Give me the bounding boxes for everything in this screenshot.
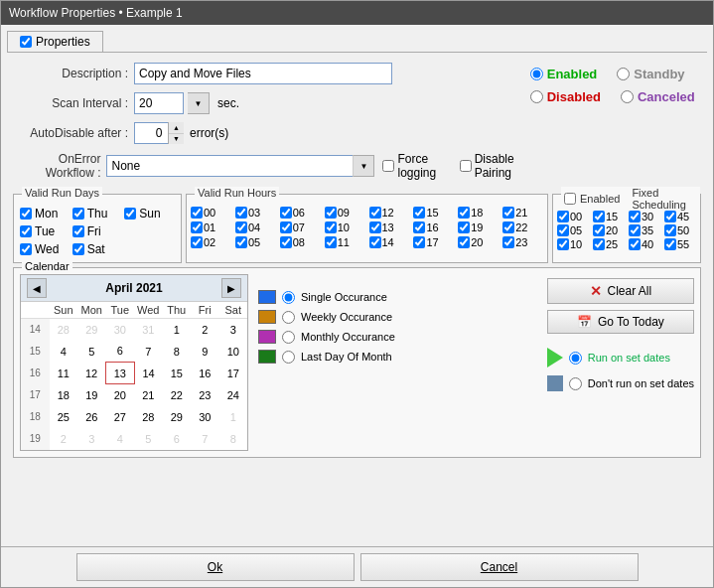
hour-11[interactable]: 11 <box>325 236 365 248</box>
legend-weekly[interactable]: Weekly Occurance <box>258 310 395 324</box>
fixed-scheduling-enabled-checkbox[interactable] <box>564 193 576 205</box>
tab-properties[interactable]: Properties <box>7 31 103 52</box>
cal-day[interactable]: 25 <box>50 406 78 428</box>
min-00[interactable]: 00 <box>557 211 589 222</box>
hour-10[interactable]: 10 <box>325 221 365 233</box>
cal-day[interactable]: 5 <box>134 428 163 450</box>
hour-21[interactable]: 21 <box>502 207 543 219</box>
cal-day[interactable]: 6 <box>106 341 135 363</box>
legend-lastday[interactable]: Last Day Of Month <box>258 350 395 364</box>
day-mon[interactable]: Mon <box>20 207 71 220</box>
hour-16[interactable]: 16 <box>413 221 454 233</box>
hour-13[interactable]: 13 <box>369 221 410 233</box>
standby-option[interactable]: Standby <box>617 67 684 81</box>
min-25[interactable]: 25 <box>593 238 625 250</box>
clear-all-button[interactable]: ✕ Clear All <box>547 278 694 304</box>
onerror-arrow[interactable]: ▼ <box>353 155 374 177</box>
cal-day[interactable]: 7 <box>191 428 219 450</box>
cal-day[interactable]: 2 <box>50 428 78 450</box>
legend-single[interactable]: Single Occurance <box>258 290 395 304</box>
cal-day[interactable]: 15 <box>163 363 192 384</box>
standby-radio[interactable] <box>617 68 630 80</box>
monthly-occurance-radio[interactable] <box>282 331 295 344</box>
day-thu[interactable]: Thu <box>72 207 123 220</box>
tab-checkbox[interactable] <box>20 36 32 48</box>
scan-interval-input[interactable] <box>134 92 184 114</box>
cal-day[interactable]: 19 <box>77 384 106 406</box>
autodisable-down[interactable]: ▼ <box>169 134 184 145</box>
hour-02[interactable]: 02 <box>191 236 231 248</box>
hour-23[interactable]: 23 <box>502 236 543 248</box>
cal-day[interactable]: 22 <box>163 384 192 406</box>
cal-day[interactable]: 31 <box>134 319 163 341</box>
enabled-radio[interactable] <box>530 68 543 80</box>
cal-day[interactable]: 30 <box>106 319 135 341</box>
hour-20[interactable]: 20 <box>458 236 499 248</box>
hour-17[interactable]: 17 <box>413 236 454 248</box>
disable-pairing-checkbox[interactable] <box>460 160 472 172</box>
cal-day[interactable]: 8 <box>219 428 248 450</box>
cal-day[interactable]: 12 <box>77 363 106 384</box>
force-logging-item[interactable]: Force logging <box>382 152 447 180</box>
cal-day[interactable]: 21 <box>134 384 163 406</box>
cal-day[interactable]: 17 <box>219 363 248 384</box>
disabled-option[interactable]: Disabled <box>530 89 601 104</box>
hour-00[interactable]: 00 <box>191 207 231 219</box>
hour-01[interactable]: 01 <box>191 221 231 233</box>
day-wed[interactable]: Wed <box>20 242 71 256</box>
cal-day[interactable]: 6 <box>163 428 192 450</box>
cal-day[interactable]: 4 <box>50 341 78 363</box>
min-55[interactable]: 55 <box>664 238 696 250</box>
run-on-dates-radio[interactable] <box>569 352 582 365</box>
scan-interval-arrow[interactable]: ▼ <box>188 92 210 114</box>
hour-18[interactable]: 18 <box>458 207 499 219</box>
min-35[interactable]: 35 <box>629 224 660 236</box>
cal-day[interactable]: 28 <box>50 319 78 341</box>
single-occurance-radio[interactable] <box>282 291 295 304</box>
hour-07[interactable]: 07 <box>280 221 321 233</box>
cal-day[interactable]: 3 <box>219 319 248 341</box>
cal-day[interactable]: 1 <box>219 406 248 428</box>
hour-22[interactable]: 22 <box>502 221 543 233</box>
canceled-radio[interactable] <box>621 90 634 103</box>
min-20[interactable]: 20 <box>593 224 625 236</box>
ok-button[interactable]: Ok <box>76 553 355 581</box>
cal-day[interactable]: 14 <box>134 363 163 384</box>
min-45[interactable]: 45 <box>664 211 696 222</box>
cal-day[interactable]: 7 <box>134 341 163 363</box>
disabled-radio[interactable] <box>530 90 543 103</box>
cal-day[interactable]: 24 <box>219 384 248 406</box>
lastday-occurance-radio[interactable] <box>282 351 295 364</box>
weekly-occurance-radio[interactable] <box>282 311 295 324</box>
hour-06[interactable]: 06 <box>280 207 321 219</box>
cal-day[interactable]: 28 <box>134 406 163 428</box>
enabled-option[interactable]: Enabled <box>530 67 598 81</box>
day-sat[interactable]: Sat <box>72 242 123 256</box>
cal-next-button[interactable]: ▶ <box>221 278 241 298</box>
canceled-option[interactable]: Canceled <box>621 89 695 104</box>
dont-run-radio[interactable] <box>569 377 582 390</box>
legend-monthly[interactable]: Monthly Occurance <box>258 330 395 344</box>
cal-prev-button[interactable]: ◀ <box>27 278 47 298</box>
cal-day[interactable]: 29 <box>163 406 192 428</box>
hour-15[interactable]: 15 <box>413 207 454 219</box>
cal-day[interactable]: 26 <box>77 406 106 428</box>
min-30[interactable]: 30 <box>629 211 660 222</box>
cal-day[interactable]: 29 <box>77 319 106 341</box>
hour-14[interactable]: 14 <box>369 236 410 248</box>
cal-day[interactable]: 10 <box>219 341 248 363</box>
hour-09[interactable]: 09 <box>325 207 365 219</box>
cal-day[interactable]: 18 <box>50 384 78 406</box>
onerror-select[interactable]: None <box>106 155 374 177</box>
cal-day[interactable]: 8 <box>163 341 192 363</box>
cal-day[interactable]: 4 <box>106 428 135 450</box>
cal-day[interactable]: 3 <box>77 428 106 450</box>
min-15[interactable]: 15 <box>593 211 625 222</box>
force-logging-checkbox[interactable] <box>382 160 394 172</box>
cal-day[interactable]: 30 <box>191 406 219 428</box>
go-to-today-button[interactable]: 📅 Go To Today <box>547 310 694 334</box>
hour-12[interactable]: 12 <box>369 207 410 219</box>
day-sun[interactable]: Sun <box>124 207 175 220</box>
cal-day[interactable]: 2 <box>191 319 219 341</box>
min-50[interactable]: 50 <box>664 224 696 236</box>
